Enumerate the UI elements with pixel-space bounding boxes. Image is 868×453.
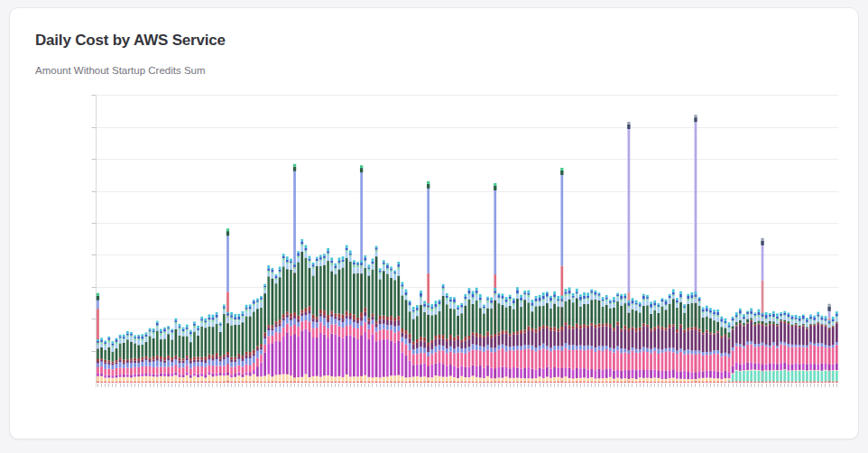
- daily-cost-chart[interactable]: [80, 95, 853, 398]
- card-subtitle: Amount Without Startup Credits Sum: [35, 65, 206, 76]
- stacked-bar-canvas[interactable]: [80, 95, 853, 398]
- card-title: Daily Cost by AWS Service: [35, 32, 226, 50]
- daily-cost-card: Daily Cost by AWS Service Amount Without…: [9, 7, 859, 439]
